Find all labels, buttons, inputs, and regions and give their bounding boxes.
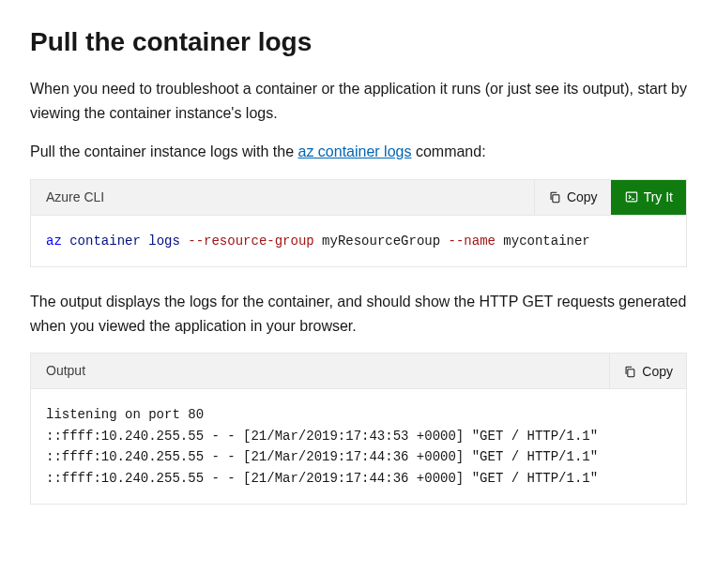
copy-icon xyxy=(548,190,561,204)
cli-arg1: --resource-group xyxy=(188,234,313,249)
copy-button-output[interactable]: Copy xyxy=(609,354,686,388)
cli-sub1: container xyxy=(69,234,141,249)
copy-button[interactable]: Copy xyxy=(534,180,611,215)
para2-text-b: command: xyxy=(411,143,485,159)
cli-code-block: Azure CLI Copy Try It az container logs … xyxy=(30,179,687,267)
cli-sub2: logs xyxy=(148,234,180,249)
output-code-block: Output Copy listening on port 80 ::ffff:… xyxy=(30,353,687,505)
cli-code-body: az container logs --resource-group myRes… xyxy=(31,216,686,266)
intro-paragraph-1: When you need to troubleshoot a containe… xyxy=(30,77,687,125)
code-language-label: Azure CLI xyxy=(31,180,534,215)
output-description: The output displays the logs for the con… xyxy=(30,290,687,338)
output-code-body: listening on port 80 ::ffff:10.240.255.5… xyxy=(31,389,686,504)
output-language-label: Output xyxy=(31,354,609,388)
copy-label-output: Copy xyxy=(642,364,673,379)
para2-text-a: Pull the container instance logs with th… xyxy=(30,143,298,159)
svg-rect-0 xyxy=(553,195,559,203)
cli-cmd: az xyxy=(46,234,62,249)
try-it-button[interactable]: Try It xyxy=(611,180,686,215)
terminal-icon xyxy=(625,190,638,204)
page-heading: Pull the container logs xyxy=(30,23,687,62)
output-header: Output Copy xyxy=(31,354,686,389)
cli-val1: myResourceGroup xyxy=(322,234,440,249)
cli-val2: mycontainer xyxy=(503,234,589,249)
copy-label: Copy xyxy=(567,189,598,204)
az-container-logs-link[interactable]: az container logs xyxy=(298,143,412,159)
cli-arg2: --name xyxy=(449,234,496,249)
copy-icon xyxy=(623,365,636,378)
svg-rect-2 xyxy=(628,369,634,377)
code-header: Azure CLI Copy Try It xyxy=(31,180,686,216)
try-it-label: Try It xyxy=(644,189,673,204)
intro-paragraph-2: Pull the container instance logs with th… xyxy=(30,140,687,164)
